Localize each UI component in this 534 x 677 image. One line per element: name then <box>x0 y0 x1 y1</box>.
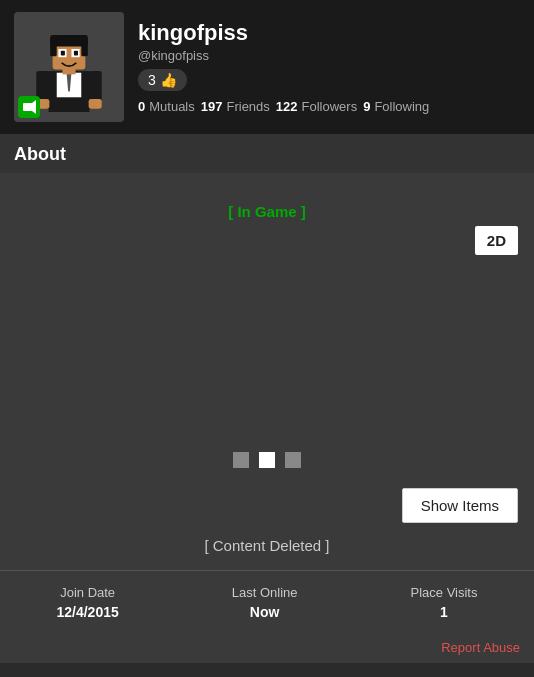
place-visits-block: Place Visits 1 <box>411 585 478 620</box>
avatar-display-area: 2D <box>0 236 534 436</box>
following-value: 9 <box>363 99 370 114</box>
followers-label: Followers <box>302 99 358 114</box>
dot-3[interactable] <box>285 452 301 468</box>
followers-stat: 122 Followers <box>276 99 357 114</box>
friends-stat: 197 Friends <box>201 99 270 114</box>
friends-label: Friends <box>226 99 269 114</box>
report-row: Report Abuse <box>0 630 534 663</box>
likes-badge: 3 👍 <box>138 69 187 91</box>
mutuals-stat: 0 Mutuals <box>138 99 195 114</box>
last-online-label: Last Online <box>232 585 298 600</box>
report-abuse-link[interactable]: Report Abuse <box>441 640 520 655</box>
friends-value: 197 <box>201 99 223 114</box>
profile-header: kingofpiss @kingofpiss 3 👍 0 Mutuals 197… <box>0 0 534 134</box>
svg-rect-13 <box>89 71 102 102</box>
online-badge <box>18 96 40 118</box>
online-icon <box>22 100 36 114</box>
profile-handle: @kingofpiss <box>138 48 520 63</box>
following-label: Following <box>374 99 429 114</box>
show-items-row: Show Items <box>0 488 534 537</box>
last-online-value: Now <box>232 604 298 620</box>
join-date-value: 12/4/2015 <box>56 604 118 620</box>
svg-rect-7 <box>81 38 88 56</box>
avatar-wrapper <box>14 12 124 122</box>
in-game-label: [ In Game ] <box>0 173 534 236</box>
profile-username: kingofpiss <box>138 20 520 46</box>
profile-info: kingofpiss @kingofpiss 3 👍 0 Mutuals 197… <box>138 20 520 114</box>
content-deleted: [ Content Deleted ] <box>0 537 534 570</box>
mutuals-label: Mutuals <box>149 99 195 114</box>
mutuals-value: 0 <box>138 99 145 114</box>
dot-2[interactable] <box>259 452 275 468</box>
about-label: About <box>14 144 66 164</box>
svg-rect-15 <box>89 99 102 109</box>
following-stat: 9 Following <box>363 99 429 114</box>
join-date-block: Join Date 12/4/2015 <box>56 585 118 620</box>
svg-rect-11 <box>74 51 78 56</box>
dot-1[interactable] <box>233 452 249 468</box>
stats-footer: Join Date 12/4/2015 Last Online Now Plac… <box>0 570 534 630</box>
place-visits-value: 1 <box>411 604 478 620</box>
svg-marker-17 <box>32 100 36 114</box>
likes-count: 3 <box>148 72 156 88</box>
followers-value: 122 <box>276 99 298 114</box>
join-date-label: Join Date <box>56 585 118 600</box>
svg-rect-10 <box>61 51 65 56</box>
thumbs-up-icon: 👍 <box>160 72 177 88</box>
svg-rect-6 <box>50 38 57 56</box>
btn-2d[interactable]: 2D <box>475 226 518 255</box>
carousel-dots <box>0 436 534 488</box>
stats-row: 0 Mutuals 197 Friends 122 Followers 9 Fo… <box>138 99 520 114</box>
show-items-button[interactable]: Show Items <box>402 488 518 523</box>
place-visits-label: Place Visits <box>411 585 478 600</box>
last-online-block: Last Online Now <box>232 585 298 620</box>
main-content: [ In Game ] 2D Show Items [ Content Dele… <box>0 173 534 663</box>
about-section: About <box>0 134 534 173</box>
